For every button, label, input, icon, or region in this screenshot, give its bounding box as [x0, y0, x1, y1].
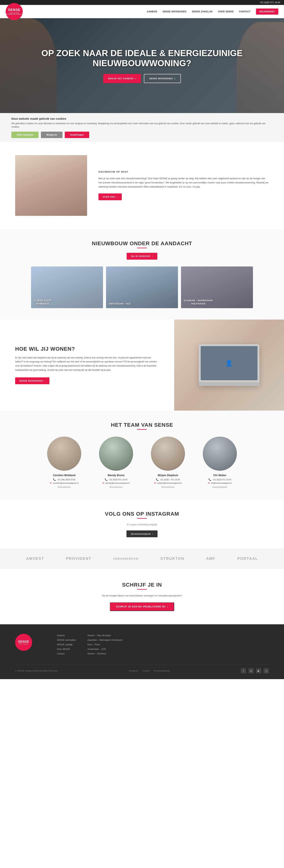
facebook-icon[interactable]: f	[241, 668, 246, 674]
footer-logo-area: SENSE VASTGOED	[15, 634, 45, 656]
footer-link-duin[interactable]: Duin – Ports	[87, 643, 100, 646]
footer-logo[interactable]: SENSE VASTGOED	[15, 634, 32, 651]
woonadies-button[interactable]: SENSE WOONADIES ›	[15, 377, 49, 384]
phone-icon: 📞	[105, 478, 108, 481]
cookie-bar: Deze website maakt gebruik van cookies W…	[0, 113, 284, 142]
cookie-settings-button[interactable]: Instellingen	[65, 132, 89, 138]
property-card-3[interactable]: ZAANDAM – MARINAPARKHOUTHAVEN	[181, 267, 253, 308]
aandacht-section: NIEUWBOUW ONDER DE AANDACHT NU IN VERKOO…	[0, 229, 284, 319]
hero-btn-woonadies[interactable]: SENSE WOONADIES ›	[144, 74, 181, 83]
footer-privacy[interactable]: Privacyverklaring	[154, 670, 170, 672]
logo-sub: VASTGOED	[9, 12, 20, 14]
pink-underline-insta	[137, 518, 147, 519]
nieuwbouw-maat-content: NIEUWBOUW OP MAAT Ben je op zoek naar ee…	[99, 171, 269, 200]
team-title: HET TEAM VAN SENSE	[15, 422, 269, 428]
footer-col-2: Almere – New Brooklyn Zaandam – Marinapa…	[87, 634, 122, 656]
arrow-icon: ›	[152, 533, 153, 535]
team-role-2: Woonadviseur	[93, 486, 140, 488]
team-email-3: ✉ mirjam@sensevastgoed.nl	[144, 482, 191, 484]
nieuwbouw-image-bg	[15, 155, 87, 216]
property-card-1[interactable]: ALMERE POORTHOMEBASE	[31, 267, 103, 308]
hero-content: OP ZOEK NAAR DE IDEALE & ENERGIEZUINIGE …	[0, 48, 284, 83]
pink-underline-schrijf	[137, 589, 147, 590]
partner-amvest: AMVEST	[26, 556, 44, 561]
phone-icon: 📞	[156, 478, 159, 481]
cookie-buttons: Alles toestaan Weigeren Instellingen	[11, 132, 273, 138]
arrow-icon: ›	[135, 77, 136, 80]
footer-link-zakelijk[interactable]: SENSE zakelijk	[57, 643, 73, 646]
footer-legal: Disclaimer Cookies Privacyverklaring	[129, 670, 170, 672]
cookie-accept-button[interactable]: Alles toestaan	[11, 132, 39, 138]
cookie-text: We gebruiken cookies om onze diensten te…	[11, 122, 273, 129]
arrow-icon: ›	[44, 380, 45, 382]
instagram-button[interactable]: @sensevastgoed ›	[127, 530, 158, 537]
footer-link-almere-brooklyn[interactable]: Almere – New Brooklyn	[87, 634, 111, 637]
in-verkoop-button[interactable]: NU IN VERKOOP ›	[127, 253, 157, 259]
hoe-wonen-title: HOE WIL JIJ WONEN?	[15, 346, 159, 352]
cookie-title: Deze website maakt gebruik van cookies	[11, 117, 273, 120]
arrow-icon: ›	[167, 606, 168, 608]
footer-disclaimer[interactable]: Disclaimer	[129, 670, 138, 672]
over-ons-button[interactable]: OVER ONS ›	[99, 193, 122, 200]
nav-zakelijk[interactable]: SENSE ZAKELIJK	[192, 10, 213, 13]
subscribe-button[interactable]: Schrijf je dan nu vrijblijvend in! ›	[110, 602, 174, 611]
footer-link-contact[interactable]: Contact	[57, 652, 65, 655]
team-photo-4	[203, 437, 237, 471]
partner-portaal: PORTAAL	[237, 556, 258, 561]
youtube-icon[interactable]: ▶	[256, 668, 261, 674]
hero-headline: OP ZOEK NAAR DE IDEALE & ENERGIEZUINIGE …	[8, 48, 276, 68]
footer-link-almere-duinhout[interactable]: Almere – Duinhout	[87, 652, 106, 655]
nav-links: AANBOD SENSE WOONADIES SENSE ZAKELIJK OV…	[28, 8, 278, 14]
instagram-title: VOLG ONS OP INSTAGRAM	[15, 511, 269, 517]
instagram-icon[interactable]: ◻	[263, 668, 269, 674]
footer-link-zaandam[interactable]: Zaandam – Marinapark Houthaven	[87, 639, 122, 641]
team-email-4: ✉ chi@sensevastgoed.nl	[196, 482, 244, 484]
footer-bottom: © SENSE Vastgoed 2025 All Rights Reserve…	[15, 664, 269, 674]
instagram-section: VOLG ONS OP INSTAGRAM Er is geen verbind…	[0, 499, 284, 549]
footer-social: f in ▶ ◻	[241, 668, 269, 674]
footer-link-amsterdam-ace[interactable]: Amsterdam – ACE	[87, 648, 106, 650]
nav-over[interactable]: OVER SENSE	[218, 10, 234, 13]
linkedin-icon[interactable]: in	[248, 668, 254, 674]
navbar: SENSE VASTGOED NIEUWBOUW OP MAAT AANBOD …	[0, 5, 284, 18]
nav-nieuwsbrief[interactable]: NIEUWSBRIEF	[256, 8, 279, 14]
nav-contact[interactable]: CONTACT	[239, 10, 250, 13]
section-label: NIEUWBOUW OP MAAT	[99, 171, 269, 173]
phone-icon: 📞	[53, 478, 56, 481]
team-phone-3: 📞 +31 (0)20 - 471 19 04	[144, 478, 191, 481]
partners-section: AMVEST Provident URBANNERDAM Strukton AM…	[0, 549, 284, 568]
nieuwbouw-maat-section: NIEUWBOUW OP MAAT Ben je op zoek naar ee…	[0, 142, 284, 229]
footer-top: SENSE VASTGOED Aanbod SENSE woonadies SE…	[15, 634, 269, 656]
team-member-2: Wendy Brons 📞 +31 (0)20 471 19 04 ✉ wend…	[93, 437, 140, 488]
property-card-2[interactable]: AMSTERDAM – ACE	[106, 267, 178, 308]
footer-cookies[interactable]: Cookies	[142, 670, 150, 672]
schrijf-in-title: SCHRIJF JE IN	[15, 582, 269, 588]
partner-strukton: Strukton	[161, 556, 184, 561]
cookie-decline-button[interactable]: Weigeren	[41, 132, 63, 138]
footer: SENSE VASTGOED Aanbod SENSE woonadies SE…	[0, 624, 284, 679]
team-email-1: ✉ carolien@sensevastgoed.nl	[40, 482, 88, 484]
email-icon: ✉	[102, 482, 104, 484]
footer-link-aanbod[interactable]: Aanbod	[57, 634, 65, 637]
team-role-1: Woonadviseur	[40, 486, 88, 488]
laptop-base	[199, 382, 259, 386]
email-icon: ✉	[50, 482, 52, 484]
nav-aanbod[interactable]: AANBOD	[147, 10, 157, 13]
logo-main: SENSE	[8, 8, 21, 12]
hero-btn-aanbod[interactable]: BEKIJK HET AANBOD ›	[103, 74, 141, 83]
nav-woonadies[interactable]: SENSE WOONADIES	[163, 10, 187, 13]
team-phone-2: 📞 +31 (0)20 471 19 04	[93, 478, 140, 481]
logo[interactable]: SENSE VASTGOED NIEUWBOUW OP MAAT	[6, 3, 23, 20]
aandacht-title: NIEUWBOUW ONDER DE AANDACHT	[15, 241, 269, 247]
arrow-icon: ›	[117, 196, 117, 198]
footer-link-woonadies[interactable]: SENSE woonadies	[57, 639, 76, 641]
team-name-3: Mirjam Diephuis	[144, 474, 191, 477]
hoe-wonen-content: HOE WIL JIJ WONEN? Er zijn veel zaken di…	[0, 333, 174, 398]
team-photo-3	[151, 437, 185, 471]
hoe-wonen-text: Er zijn veel zaken die bepalend zijn bij…	[15, 356, 159, 372]
email-icon: ✉	[208, 482, 210, 484]
phone-number: +31 (0)20 471 19 04	[260, 1, 280, 4]
hero-section: OP ZOEK NAAR DE IDEALE & ENERGIEZUINIGE …	[0, 18, 284, 113]
team-name-2: Wendy Brons	[93, 474, 140, 477]
footer-link-over[interactable]: Over SENSE	[57, 648, 70, 650]
